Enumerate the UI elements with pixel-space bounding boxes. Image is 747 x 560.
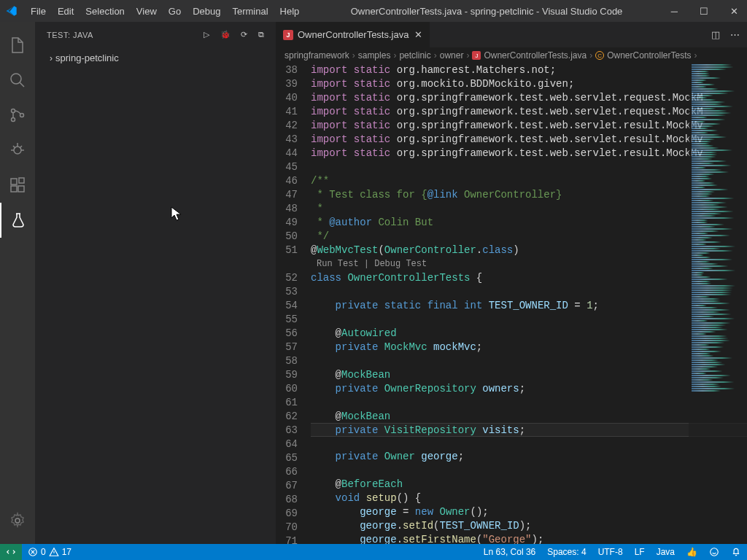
minimize-button[interactable]: ─: [668, 6, 681, 17]
extensions-icon[interactable]: [0, 168, 35, 203]
editor-tab[interactable]: J OwnerControllerTests.java ✕: [276, 22, 430, 47]
collapse-all-icon[interactable]: ⧉: [258, 30, 265, 39]
activity-bar: [0, 22, 35, 544]
title-bar: File Edit Selection View Go Debug Termin…: [0, 0, 747, 22]
close-tab-icon[interactable]: ✕: [414, 29, 422, 40]
breadcrumb-item[interactable]: springframework: [285, 50, 349, 61]
breadcrumb-item[interactable]: owner: [440, 50, 464, 61]
explorer-icon[interactable]: [0, 28, 35, 63]
menu-go[interactable]: Go: [163, 3, 187, 20]
status-bar: 0 17 Ln 63, Col 36 Spaces: 4 UTF-8 LF Ja…: [0, 544, 747, 560]
chevron-right-icon: ›: [50, 53, 53, 63]
menu-debug[interactable]: Debug: [187, 3, 226, 20]
debug-icon[interactable]: [0, 133, 35, 168]
svg-rect-12: [11, 186, 17, 192]
editor-tabs: J OwnerControllerTests.java ✕ ◫ ⋯: [276, 22, 747, 47]
search-icon[interactable]: [0, 63, 35, 98]
svg-point-2: [12, 109, 15, 113]
debug-all-icon[interactable]: 🐞: [220, 30, 231, 39]
menu-edit[interactable]: Edit: [52, 3, 80, 20]
menu-terminal[interactable]: Terminal: [226, 3, 274, 20]
code-content[interactable]: import static org.hamcrest.Matchers.not;…: [311, 63, 747, 544]
status-errors[interactable]: 0 17: [22, 544, 77, 560]
code-editor[interactable]: 3839404142434445464748495051525354555657…: [276, 63, 747, 544]
breadcrumb-file[interactable]: JOwnerControllerTests.java: [472, 50, 587, 61]
status-cursor-position[interactable]: Ln 63, Col 36: [478, 544, 541, 560]
breadcrumb-class[interactable]: COwnerControllerTests: [595, 50, 691, 61]
status-eol[interactable]: LF: [629, 544, 651, 560]
maximize-button[interactable]: ☐: [697, 6, 711, 17]
java-file-icon: J: [283, 30, 293, 40]
tree-item-label: spring-petclinic: [55, 52, 119, 63]
line-gutter: 3839404142434445464748495051525354555657…: [276, 63, 311, 544]
refresh-icon[interactable]: ⟳: [241, 30, 248, 39]
svg-point-15: [15, 518, 20, 523]
menu-selection[interactable]: Selection: [80, 3, 130, 20]
status-bell-icon[interactable]: [725, 544, 747, 560]
split-editor-icon[interactable]: ◫: [711, 29, 720, 40]
window-title: OwnerControllerTests.java - spring-petcl…: [305, 6, 667, 17]
svg-point-3: [12, 118, 15, 122]
run-all-icon[interactable]: ▷: [204, 30, 210, 39]
status-thumbs-up-icon[interactable]: 👍: [681, 544, 703, 560]
menu-bar: File Edit Selection View Go Debug Termin…: [25, 3, 305, 20]
svg-line-9: [13, 146, 15, 148]
svg-point-0: [11, 74, 21, 84]
settings-gear-icon[interactable]: [0, 503, 35, 538]
tab-label: OwnerControllerTests.java: [298, 29, 409, 40]
tree-item-project[interactable]: › spring-petclinic: [44, 50, 267, 66]
sidebar-title: TEST: JAVA: [47, 31, 204, 39]
breadcrumbs[interactable]: springframework› samples› petclinic› own…: [276, 47, 747, 63]
svg-point-4: [20, 114, 24, 117]
breadcrumb-item[interactable]: petclinic: [399, 50, 430, 61]
svg-rect-13: [18, 186, 24, 192]
status-feedback-icon[interactable]: [703, 544, 725, 560]
menu-view[interactable]: View: [131, 3, 163, 20]
window-controls: ─ ☐ ✕: [668, 6, 741, 17]
status-encoding[interactable]: UTF-8: [592, 544, 629, 560]
breadcrumb-item[interactable]: samples: [358, 50, 391, 61]
sidebar: TEST: JAVA ▷ 🐞 ⟳ ⧉ › spring-petclinic: [35, 22, 276, 544]
editor-group: J OwnerControllerTests.java ✕ ◫ ⋯ spring…: [276, 22, 747, 544]
remote-indicator[interactable]: [0, 544, 22, 560]
svg-line-10: [20, 146, 22, 148]
svg-rect-14: [19, 178, 24, 183]
sidebar-header: TEST: JAVA ▷ 🐞 ⟳ ⧉: [35, 22, 276, 47]
svg-line-1: [20, 82, 24, 87]
codelens[interactable]: Run Test | Debug Test: [311, 257, 747, 271]
menu-file[interactable]: File: [25, 3, 52, 20]
close-button[interactable]: ✕: [727, 6, 741, 17]
vscode-logo-icon: [6, 5, 18, 17]
test-icon[interactable]: [0, 203, 35, 238]
svg-point-20: [711, 548, 719, 556]
source-control-icon[interactable]: [0, 98, 35, 133]
svg-rect-11: [11, 179, 17, 184]
more-actions-icon[interactable]: ⋯: [730, 29, 740, 40]
minimap[interactable]: [689, 63, 747, 544]
menu-help[interactable]: Help: [274, 3, 306, 20]
status-indentation[interactable]: Spaces: 4: [541, 544, 592, 560]
status-language[interactable]: Java: [651, 544, 681, 560]
